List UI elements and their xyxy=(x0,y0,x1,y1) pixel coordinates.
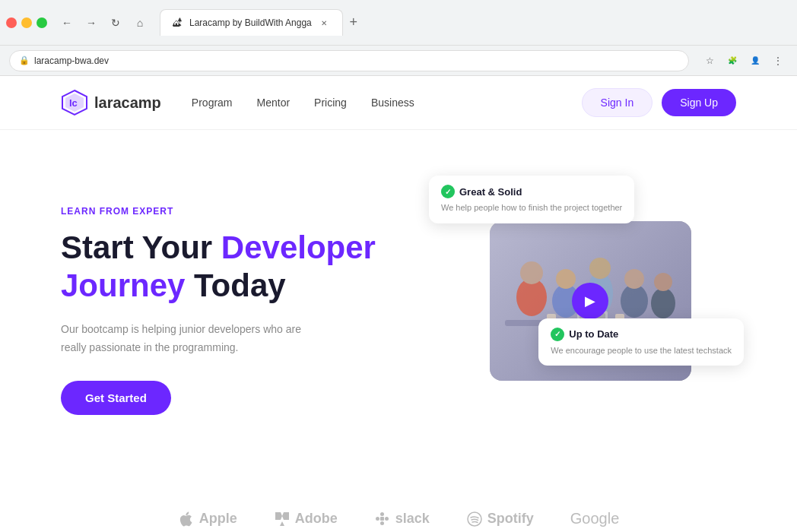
new-tab-button[interactable]: + xyxy=(343,12,364,33)
badge-great-title: ✓ Great & Solid xyxy=(441,185,622,198)
spotify-icon xyxy=(466,511,483,527)
slack-label: slack xyxy=(395,511,430,527)
hero-tag: LEARN FROM EXPERT xyxy=(61,206,398,217)
url-text: laracamp-bwa.dev xyxy=(34,55,109,66)
svg-point-7 xyxy=(556,269,576,289)
badge-uptodate-desc: We encourage people to use the latest te… xyxy=(551,344,732,357)
badge-check-icon: ✓ xyxy=(441,185,455,198)
profile-icon[interactable]: 👤 xyxy=(745,51,765,71)
badge-great-solid: ✓ Great & Solid We help people how to fi… xyxy=(429,176,634,223)
forward-button[interactable]: → xyxy=(81,12,102,33)
back-button[interactable]: ← xyxy=(56,12,78,33)
video-play-button[interactable]: ▶ xyxy=(572,283,608,319)
browser-tab[interactable]: 🏕 Laracamp by BuildWith Angga ✕ xyxy=(160,9,343,36)
svg-point-9 xyxy=(589,258,611,279)
nav-actions: Sign In Sign Up xyxy=(582,88,736,117)
bookmark-icon[interactable]: ☆ xyxy=(700,51,719,71)
minimize-btn[interactable] xyxy=(21,17,32,28)
badge-uptodate-title: ✓ Up to Date xyxy=(551,328,732,341)
nav-links: Program Mentor Pricing Business xyxy=(192,97,414,109)
reload-button[interactable]: ↻ xyxy=(105,12,126,33)
badge-uptodate: ✓ Up to Date We encourage people to use … xyxy=(538,318,744,366)
lock-icon: 🔒 xyxy=(19,55,30,65)
browser-nav: ← → ↻ ⌂ xyxy=(56,12,151,33)
logo-text: laracamp xyxy=(94,94,161,112)
address-bar[interactable]: 🔒 laracamp-bwa.dev xyxy=(9,50,689,71)
signup-button[interactable]: Sign Up xyxy=(662,89,736,116)
logo-apple: Apple xyxy=(178,511,237,527)
browser-toolbar-icons: ☆ 🧩 👤 ⋮ xyxy=(700,51,788,71)
adobe-label: Adobe xyxy=(295,511,338,527)
logo-slack: slack xyxy=(374,511,430,527)
nav-program[interactable]: Program xyxy=(192,97,233,109)
badge-great-desc: We help people how to finish the project… xyxy=(441,201,622,214)
logo-adobe: Adobe xyxy=(274,511,338,527)
svg-point-10 xyxy=(621,284,648,318)
logo-link[interactable]: lc laracamp xyxy=(61,89,161,116)
hero-title: Start Your Developer Journey Today xyxy=(61,229,398,306)
maximize-btn[interactable] xyxy=(37,17,47,28)
svg-rect-22 xyxy=(385,517,389,521)
hero-title-end: Today xyxy=(185,268,285,303)
tab-bar: 🏕 Laracamp by BuildWith Angga ✕ + xyxy=(160,9,791,36)
logo-google: Google xyxy=(570,510,620,527)
spotify-label: Spotify xyxy=(487,511,534,527)
menu-icon[interactable]: ⋮ xyxy=(768,51,788,71)
nav-pricing[interactable]: Pricing xyxy=(314,97,347,109)
svg-rect-20 xyxy=(380,517,384,521)
get-started-button[interactable]: Get Started xyxy=(61,381,171,415)
close-btn[interactable] xyxy=(6,17,17,28)
extensions-icon[interactable]: 🧩 xyxy=(722,51,742,71)
tab-close-icon[interactable]: ✕ xyxy=(318,17,330,29)
google-label: Google xyxy=(570,510,620,527)
hero-right: ✓ Great & Solid We help people how to fi… xyxy=(398,176,736,381)
page-content: lc laracamp Program Mentor Pricing Busin… xyxy=(0,76,797,532)
hero-description: Our bootcamp is helping junior developer… xyxy=(61,321,304,357)
browser-chrome: ← → ↻ ⌂ 🏕 Laracamp by BuildWith Angga ✕ … xyxy=(0,0,797,46)
svg-rect-19 xyxy=(380,512,384,516)
navbar: lc laracamp Program Mentor Pricing Busin… xyxy=(0,76,797,130)
badge-check2-icon: ✓ xyxy=(551,328,564,341)
slack-icon xyxy=(374,511,391,527)
window-controls xyxy=(6,17,47,28)
hero-left: LEARN FROM EXPERT Start Your Developer J… xyxy=(61,176,398,415)
svg-point-11 xyxy=(624,269,644,289)
home-button[interactable]: ⌂ xyxy=(129,12,151,33)
hero-section: LEARN FROM EXPERT Start Your Developer J… xyxy=(0,130,797,495)
nav-business[interactable]: Business xyxy=(371,97,414,109)
svg-rect-21 xyxy=(380,521,384,525)
svg-point-12 xyxy=(651,288,675,318)
adobe-icon xyxy=(274,511,291,527)
svg-rect-18 xyxy=(376,517,379,521)
apple-label: Apple xyxy=(199,511,237,527)
logo-spotify: Spotify xyxy=(466,511,534,527)
logo-icon: lc xyxy=(61,89,88,116)
address-bar-row: 🔒 laracamp-bwa.dev ☆ 🧩 👤 ⋮ xyxy=(0,46,797,76)
tab-title: Laracamp by BuildWith Angga xyxy=(189,17,312,28)
tab-favicon: 🏕 xyxy=(173,17,183,28)
nav-mentor[interactable]: Mentor xyxy=(257,97,291,109)
signin-button[interactable]: Sign In xyxy=(582,88,653,117)
svg-point-5 xyxy=(520,261,543,284)
svg-text:lc: lc xyxy=(69,97,78,109)
logos-section: Apple Adobe slack xyxy=(0,495,797,532)
hero-title-plain: Start Your xyxy=(61,230,221,265)
apple-icon xyxy=(178,511,195,527)
svg-point-13 xyxy=(654,273,672,291)
